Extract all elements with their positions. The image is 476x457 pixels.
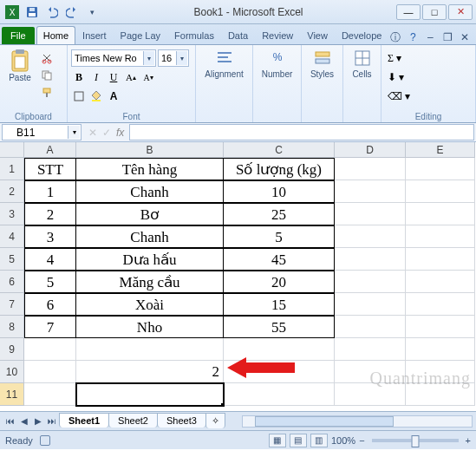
zoom-slider[interactable]: [372, 439, 459, 442]
page-break-view-icon[interactable]: ▥: [310, 434, 328, 447]
cut-icon[interactable]: [39, 50, 55, 66]
sheet-tab-2[interactable]: Sheet2: [108, 413, 158, 428]
alignment-icon[interactable]: [215, 49, 234, 68]
horizontal-scrollbar[interactable]: [242, 415, 473, 428]
autosum-icon[interactable]: Σ ▾: [387, 49, 402, 67]
cell[interactable]: Số lượng (kg): [224, 158, 335, 180]
tab-home[interactable]: Home: [36, 26, 75, 44]
tab-developer[interactable]: Develope: [335, 26, 388, 44]
cell[interactable]: [24, 383, 76, 406]
cell[interactable]: [406, 158, 475, 180]
sheet-nav-prev-icon[interactable]: ◀: [17, 415, 31, 428]
col-head-b[interactable]: B: [76, 142, 224, 158]
cell[interactable]: [335, 158, 406, 180]
copy-icon[interactable]: [39, 68, 55, 83]
clear-icon[interactable]: ⌫ ▾: [387, 88, 411, 105]
zoom-in-icon[interactable]: +: [466, 435, 471, 446]
save-icon[interactable]: [23, 3, 41, 21]
cell[interactable]: [406, 271, 475, 293]
zoom-out-icon[interactable]: −: [359, 435, 364, 446]
cell[interactable]: [335, 248, 406, 271]
cell[interactable]: Tên hàng: [76, 158, 224, 180]
cell-b10[interactable]: 2: [76, 361, 224, 383]
zoom-level[interactable]: 100%: [331, 435, 355, 446]
cell[interactable]: 15: [224, 293, 335, 316]
border-icon[interactable]: [71, 88, 87, 105]
fx-icon[interactable]: fx: [116, 127, 124, 139]
select-all-corner[interactable]: [0, 142, 24, 158]
cell[interactable]: [406, 180, 475, 203]
col-head-c[interactable]: C: [224, 142, 335, 158]
cell[interactable]: 4: [24, 248, 76, 271]
cell[interactable]: Nho: [76, 316, 224, 338]
cell[interactable]: 7: [24, 316, 76, 338]
cell[interactable]: Xoài: [76, 293, 224, 316]
row-head[interactable]: 4: [0, 225, 24, 248]
workbook-close-icon[interactable]: ✕: [458, 30, 472, 44]
decrease-font-icon[interactable]: A▾: [140, 69, 156, 86]
close-button[interactable]: ✕: [448, 4, 473, 20]
workbook-min-icon[interactable]: –: [423, 30, 437, 44]
cell[interactable]: [406, 225, 475, 248]
cell[interactable]: 5: [24, 271, 76, 293]
cell[interactable]: [335, 338, 406, 361]
macro-record-icon[interactable]: [40, 435, 50, 446]
cell[interactable]: [406, 361, 475, 383]
cell[interactable]: 5: [224, 225, 335, 248]
row-head[interactable]: 6: [0, 271, 24, 293]
new-sheet-icon[interactable]: ✧: [205, 413, 225, 428]
maximize-button[interactable]: □: [422, 4, 447, 20]
cell[interactable]: [76, 338, 224, 361]
cell[interactable]: 45: [224, 248, 335, 271]
cell[interactable]: Măng cầu: [76, 271, 224, 293]
cells-icon[interactable]: [353, 49, 372, 68]
cell[interactable]: [335, 225, 406, 248]
sheet-tab-1[interactable]: Sheet1: [59, 413, 109, 428]
cell[interactable]: [406, 293, 475, 316]
name-box[interactable]: B11 ▾: [2, 124, 82, 140]
cell[interactable]: 6: [24, 293, 76, 316]
cell[interactable]: Chanh: [76, 225, 224, 248]
cell[interactable]: [24, 361, 76, 383]
paste-button[interactable]: Paste: [3, 47, 36, 82]
row-head[interactable]: 5: [0, 248, 24, 271]
cell[interactable]: [224, 383, 335, 406]
underline-button[interactable]: U: [106, 69, 121, 86]
tab-insert[interactable]: Insert: [75, 26, 114, 44]
cell[interactable]: 20: [224, 271, 335, 293]
cell[interactable]: [406, 203, 475, 225]
row-head[interactable]: 1: [0, 158, 24, 180]
fill-icon[interactable]: ⬇ ▾: [387, 69, 405, 86]
cell[interactable]: Chanh: [76, 180, 224, 203]
worksheet[interactable]: A B C D E 1 STT Tên hàng Số lượng (kg) 2…: [0, 142, 476, 411]
cell[interactable]: STT: [24, 158, 76, 180]
cell[interactable]: 3: [24, 225, 76, 248]
cell[interactable]: 55: [224, 316, 335, 338]
sheet-nav-first-icon[interactable]: ⏮: [3, 415, 17, 428]
cell[interactable]: 2: [24, 203, 76, 225]
active-cell-b11[interactable]: [76, 383, 224, 406]
cancel-formula-icon[interactable]: ✕: [88, 127, 97, 139]
tab-data[interactable]: Data: [221, 26, 255, 44]
row-head[interactable]: 7: [0, 293, 24, 316]
qat-customize-icon[interactable]: ▾: [83, 3, 101, 21]
minimize-button[interactable]: —: [396, 4, 421, 20]
cell[interactable]: 1: [24, 180, 76, 203]
sheet-tab-3[interactable]: Sheet3: [157, 413, 206, 428]
col-head-a[interactable]: A: [24, 142, 76, 158]
cell[interactable]: Dưa hấu: [76, 248, 224, 271]
cell[interactable]: [335, 316, 406, 338]
row-head[interactable]: 3: [0, 203, 24, 225]
cell[interactable]: [406, 316, 475, 338]
cell[interactable]: 10: [224, 180, 335, 203]
number-icon[interactable]: %: [268, 49, 287, 68]
cell[interactable]: [406, 383, 475, 406]
enter-formula-icon[interactable]: ✓: [102, 127, 111, 139]
col-head-e[interactable]: E: [406, 142, 475, 158]
help-icon[interactable]: ?: [406, 30, 420, 44]
formula-input[interactable]: [129, 124, 474, 140]
tab-view[interactable]: View: [300, 26, 335, 44]
cell[interactable]: [335, 293, 406, 316]
cell[interactable]: [335, 180, 406, 203]
row-head[interactable]: 9: [0, 338, 24, 361]
